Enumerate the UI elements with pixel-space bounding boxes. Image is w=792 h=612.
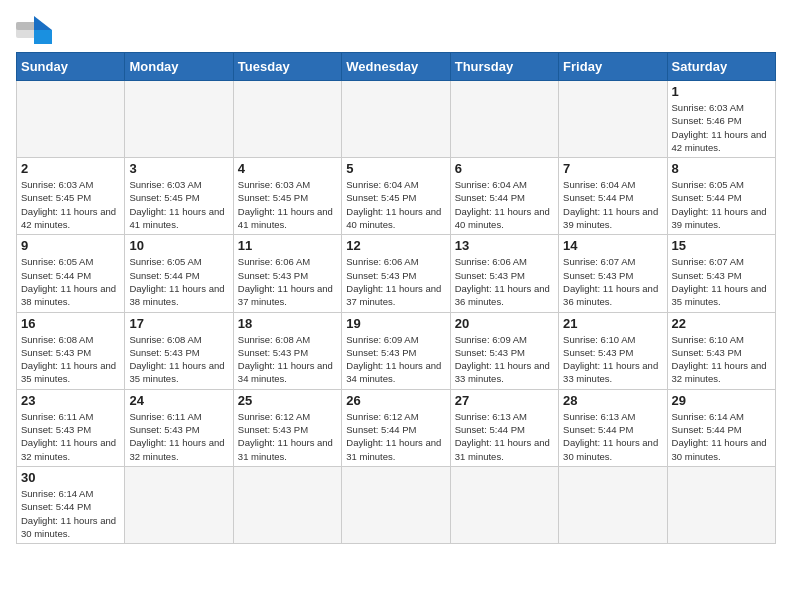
calendar-day-cell: 25Sunrise: 6:12 AMSunset: 5:43 PMDayligh… [233,389,341,466]
day-info: Sunrise: 6:07 AMSunset: 5:43 PMDaylight:… [672,255,771,308]
day-number: 26 [346,393,445,408]
day-number: 19 [346,316,445,331]
day-number: 18 [238,316,337,331]
day-number: 9 [21,238,120,253]
calendar-day-cell: 16Sunrise: 6:08 AMSunset: 5:43 PMDayligh… [17,312,125,389]
calendar-day-cell [342,466,450,543]
weekday-header: Tuesday [233,53,341,81]
day-info: Sunrise: 6:03 AMSunset: 5:45 PMDaylight:… [21,178,120,231]
calendar-day-cell [450,81,558,158]
day-number: 11 [238,238,337,253]
calendar-day-cell [233,466,341,543]
calendar-day-cell: 12Sunrise: 6:06 AMSunset: 5:43 PMDayligh… [342,235,450,312]
day-info: Sunrise: 6:04 AMSunset: 5:44 PMDaylight:… [563,178,662,231]
logo-icon [16,16,52,44]
day-number: 15 [672,238,771,253]
calendar-day-cell: 2Sunrise: 6:03 AMSunset: 5:45 PMDaylight… [17,158,125,235]
day-number: 24 [129,393,228,408]
day-number: 28 [563,393,662,408]
calendar-day-cell: 3Sunrise: 6:03 AMSunset: 5:45 PMDaylight… [125,158,233,235]
calendar-table: SundayMondayTuesdayWednesdayThursdayFrid… [16,52,776,544]
weekday-header: Sunday [17,53,125,81]
calendar-day-cell: 15Sunrise: 6:07 AMSunset: 5:43 PMDayligh… [667,235,775,312]
day-info: Sunrise: 6:08 AMSunset: 5:43 PMDaylight:… [238,333,337,386]
calendar-day-cell: 6Sunrise: 6:04 AMSunset: 5:44 PMDaylight… [450,158,558,235]
day-number: 6 [455,161,554,176]
calendar-day-cell: 8Sunrise: 6:05 AMSunset: 5:44 PMDaylight… [667,158,775,235]
day-number: 16 [21,316,120,331]
day-number: 22 [672,316,771,331]
day-info: Sunrise: 6:09 AMSunset: 5:43 PMDaylight:… [455,333,554,386]
calendar-day-cell: 19Sunrise: 6:09 AMSunset: 5:43 PMDayligh… [342,312,450,389]
day-info: Sunrise: 6:09 AMSunset: 5:43 PMDaylight:… [346,333,445,386]
calendar-day-cell: 17Sunrise: 6:08 AMSunset: 5:43 PMDayligh… [125,312,233,389]
day-number: 29 [672,393,771,408]
day-info: Sunrise: 6:13 AMSunset: 5:44 PMDaylight:… [455,410,554,463]
day-info: Sunrise: 6:12 AMSunset: 5:44 PMDaylight:… [346,410,445,463]
calendar-day-cell: 21Sunrise: 6:10 AMSunset: 5:43 PMDayligh… [559,312,667,389]
calendar-day-cell [559,466,667,543]
day-number: 21 [563,316,662,331]
day-number: 5 [346,161,445,176]
svg-rect-1 [16,22,36,30]
day-number: 23 [21,393,120,408]
day-number: 8 [672,161,771,176]
day-info: Sunrise: 6:10 AMSunset: 5:43 PMDaylight:… [672,333,771,386]
calendar-day-cell: 23Sunrise: 6:11 AMSunset: 5:43 PMDayligh… [17,389,125,466]
calendar-day-cell [233,81,341,158]
day-info: Sunrise: 6:03 AMSunset: 5:45 PMDaylight:… [129,178,228,231]
day-info: Sunrise: 6:03 AMSunset: 5:46 PMDaylight:… [672,101,771,154]
calendar-day-cell: 11Sunrise: 6:06 AMSunset: 5:43 PMDayligh… [233,235,341,312]
calendar-day-cell [559,81,667,158]
day-number: 3 [129,161,228,176]
calendar-week-row: 1Sunrise: 6:03 AMSunset: 5:46 PMDaylight… [17,81,776,158]
calendar-day-cell: 18Sunrise: 6:08 AMSunset: 5:43 PMDayligh… [233,312,341,389]
day-number: 14 [563,238,662,253]
day-info: Sunrise: 6:06 AMSunset: 5:43 PMDaylight:… [238,255,337,308]
day-number: 17 [129,316,228,331]
day-info: Sunrise: 6:07 AMSunset: 5:43 PMDaylight:… [563,255,662,308]
day-info: Sunrise: 6:04 AMSunset: 5:44 PMDaylight:… [455,178,554,231]
day-number: 20 [455,316,554,331]
day-number: 13 [455,238,554,253]
day-number: 12 [346,238,445,253]
calendar-day-cell: 29Sunrise: 6:14 AMSunset: 5:44 PMDayligh… [667,389,775,466]
day-info: Sunrise: 6:14 AMSunset: 5:44 PMDaylight:… [21,487,120,540]
calendar-week-row: 9Sunrise: 6:05 AMSunset: 5:44 PMDaylight… [17,235,776,312]
day-number: 7 [563,161,662,176]
calendar-day-cell [125,81,233,158]
weekday-header: Friday [559,53,667,81]
calendar-day-cell: 28Sunrise: 6:13 AMSunset: 5:44 PMDayligh… [559,389,667,466]
calendar-day-cell: 1Sunrise: 6:03 AMSunset: 5:46 PMDaylight… [667,81,775,158]
day-info: Sunrise: 6:11 AMSunset: 5:43 PMDaylight:… [129,410,228,463]
page-header [16,16,776,44]
day-info: Sunrise: 6:08 AMSunset: 5:43 PMDaylight:… [129,333,228,386]
day-info: Sunrise: 6:08 AMSunset: 5:43 PMDaylight:… [21,333,120,386]
calendar-week-row: 16Sunrise: 6:08 AMSunset: 5:43 PMDayligh… [17,312,776,389]
calendar-day-cell: 7Sunrise: 6:04 AMSunset: 5:44 PMDaylight… [559,158,667,235]
day-info: Sunrise: 6:13 AMSunset: 5:44 PMDaylight:… [563,410,662,463]
day-info: Sunrise: 6:14 AMSunset: 5:44 PMDaylight:… [672,410,771,463]
calendar-day-cell: 22Sunrise: 6:10 AMSunset: 5:43 PMDayligh… [667,312,775,389]
day-number: 1 [672,84,771,99]
calendar-day-cell [342,81,450,158]
day-number: 10 [129,238,228,253]
day-info: Sunrise: 6:05 AMSunset: 5:44 PMDaylight:… [672,178,771,231]
calendar-day-cell [450,466,558,543]
weekday-header: Wednesday [342,53,450,81]
calendar-day-cell: 24Sunrise: 6:11 AMSunset: 5:43 PMDayligh… [125,389,233,466]
calendar-day-cell: 30Sunrise: 6:14 AMSunset: 5:44 PMDayligh… [17,466,125,543]
weekday-header: Thursday [450,53,558,81]
day-info: Sunrise: 6:05 AMSunset: 5:44 PMDaylight:… [21,255,120,308]
svg-marker-3 [34,30,52,44]
day-number: 25 [238,393,337,408]
day-info: Sunrise: 6:12 AMSunset: 5:43 PMDaylight:… [238,410,337,463]
calendar-day-cell: 14Sunrise: 6:07 AMSunset: 5:43 PMDayligh… [559,235,667,312]
day-info: Sunrise: 6:03 AMSunset: 5:45 PMDaylight:… [238,178,337,231]
day-number: 30 [21,470,120,485]
calendar-week-row: 2Sunrise: 6:03 AMSunset: 5:45 PMDaylight… [17,158,776,235]
calendar-day-cell: 5Sunrise: 6:04 AMSunset: 5:45 PMDaylight… [342,158,450,235]
weekday-header: Monday [125,53,233,81]
calendar-day-cell: 27Sunrise: 6:13 AMSunset: 5:44 PMDayligh… [450,389,558,466]
day-info: Sunrise: 6:04 AMSunset: 5:45 PMDaylight:… [346,178,445,231]
